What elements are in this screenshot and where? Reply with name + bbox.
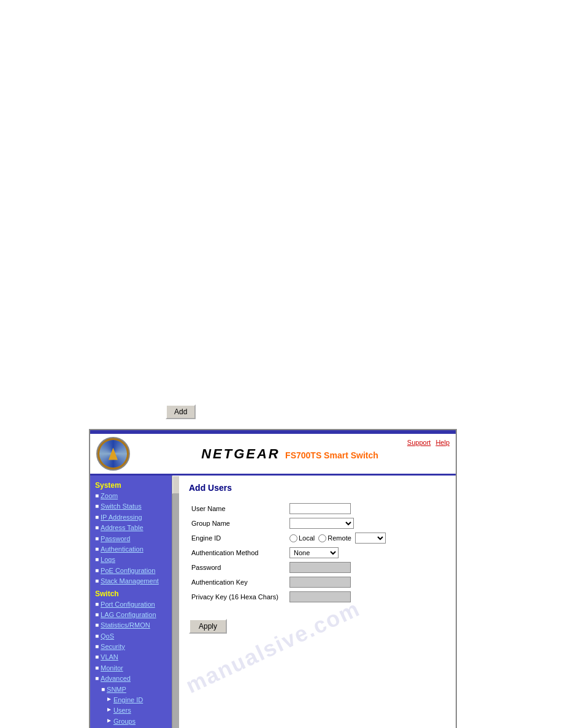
- bullet-icon: ■: [95, 643, 99, 650]
- sidebar-item-security[interactable]: ■ Security: [90, 642, 179, 652]
- bullet-icon: ■: [95, 556, 99, 563]
- sidebar-item-vlan[interactable]: ■ VLAN: [90, 652, 179, 662]
- sidebar-item-address-table[interactable]: ■ Address Table: [90, 523, 179, 533]
- bullet-icon: ■: [95, 632, 99, 639]
- sidebar-link-snmp[interactable]: SNMP: [107, 685, 126, 694]
- user-name-label: User Name: [189, 501, 287, 516]
- sidebar-link-qos[interactable]: QoS: [101, 632, 114, 641]
- bullet-icon: ■: [95, 502, 99, 509]
- add-users-form: User Name Group Name: [189, 501, 446, 604]
- bullet-icon: ■: [95, 524, 99, 531]
- sidebar-item-switch-status[interactable]: ■ Switch Status: [90, 501, 179, 512]
- sidebar-link-logs[interactable]: Logs: [101, 555, 115, 564]
- sidebar-link-advanced[interactable]: Advanced: [101, 674, 131, 683]
- sidebar-item-zoom[interactable]: ■ Zoom: [90, 491, 179, 501]
- privacy-key-input[interactable]: [289, 591, 351, 602]
- arrow-icon: ►: [106, 717, 112, 724]
- sidebar-item-groups[interactable]: ► Groups: [90, 716, 179, 727]
- product-name: FS700TS Smart Switch: [285, 450, 378, 460]
- engine-remote-label[interactable]: Remote: [318, 534, 351, 542]
- auth-key-input[interactable]: [289, 577, 351, 588]
- sidebar-item-snmp[interactable]: ■ SNMP: [90, 684, 179, 695]
- form-row-username: User Name: [189, 501, 446, 516]
- bullet-icon: ■: [95, 653, 99, 660]
- sidebar-item-password[interactable]: ■ Password: [90, 534, 179, 544]
- bullet-icon: ■: [101, 686, 105, 692]
- header-area: NETGEAR FS700TS Smart Switch Support Hel…: [90, 434, 456, 476]
- sidebar-link-security[interactable]: Security: [101, 642, 125, 651]
- sidebar-link-port-config[interactable]: Port Configuration: [101, 600, 155, 609]
- sidebar-item-advanced[interactable]: ■ Advanced: [90, 673, 179, 684]
- sidebar-item-engine-id[interactable]: ► Engine ID: [90, 695, 179, 705]
- user-name-input[interactable]: [289, 503, 351, 514]
- engine-remote-text: Remote: [327, 534, 351, 542]
- sidebar-link-vlan[interactable]: VLAN: [101, 653, 118, 662]
- sidebar-item-qos[interactable]: ■ QoS: [90, 631, 179, 642]
- apply-button-form[interactable]: Apply: [189, 619, 227, 634]
- sidebar-link-address-table[interactable]: Address Table: [101, 523, 144, 533]
- sidebar-item-stack-management[interactable]: ■ Stack Management: [90, 576, 179, 586]
- netgear-brand: NETGEAR: [201, 446, 280, 461]
- support-link[interactable]: Support: [407, 439, 431, 446]
- engine-local-radio[interactable]: [289, 534, 297, 542]
- sidebar-link-users[interactable]: Users: [113, 706, 131, 715]
- form-row-privacy-key: Privacy Key (16 Hexa Chars): [189, 590, 446, 604]
- group-name-select[interactable]: [289, 518, 354, 529]
- sidebar-link-stats-rmon[interactable]: Statistics/RMON: [101, 621, 150, 630]
- sidebar-item-ip-addressing[interactable]: ■ IP Addressing: [90, 512, 179, 523]
- bullet-icon: ■: [95, 545, 99, 552]
- engine-id-select[interactable]: [355, 533, 386, 544]
- sidebar-item-users[interactable]: ► Users: [90, 705, 179, 716]
- sidebar-link-password[interactable]: Password: [101, 534, 130, 544]
- add-button-top[interactable]: Add: [166, 404, 196, 419]
- sidebar-item-authentication[interactable]: ■ Authentication: [90, 544, 179, 555]
- password-label: Password: [189, 560, 287, 575]
- netgear-logo-circle: [96, 437, 130, 471]
- sidebar-link-engine-id[interactable]: Engine ID: [113, 696, 143, 705]
- bullet-icon: ■: [95, 567, 99, 574]
- auth-method-select[interactable]: None: [289, 547, 339, 558]
- sidebar-section-switch: Switch: [90, 587, 179, 599]
- bullet-icon: ■: [95, 492, 99, 499]
- header-title: NETGEAR FS700TS Smart Switch: [130, 446, 450, 462]
- sidebar-link-ip-addressing[interactable]: IP Addressing: [101, 513, 142, 522]
- sidebar-link-monitor[interactable]: Monitor: [101, 664, 123, 673]
- sidebar-item-logs[interactable]: ■ Logs: [90, 555, 179, 565]
- sidebar-item-lag-config[interactable]: ■ LAG Configuration: [90, 610, 179, 620]
- sidebar-link-authentication[interactable]: Authentication: [101, 545, 144, 554]
- content-area: Add Users User Name Group Name: [179, 476, 456, 728]
- password-input[interactable]: [289, 562, 351, 573]
- sidebar-link-stack-management[interactable]: Stack Management: [101, 577, 159, 586]
- bullet-icon: ■: [95, 675, 99, 681]
- sidebar-section-system: System: [90, 479, 179, 491]
- sidebar-link-zoom[interactable]: Zoom: [101, 491, 118, 501]
- help-link[interactable]: Help: [435, 439, 450, 446]
- sidebar-scrollbar[interactable]: [172, 476, 179, 728]
- sidebar-link-switch-status[interactable]: Switch Status: [101, 502, 142, 511]
- sidebar-link-poe[interactable]: PoE Configuration: [101, 566, 155, 575]
- sidebar-link-lag-config[interactable]: LAG Configuration: [101, 610, 156, 620]
- sidebar-link-groups[interactable]: Groups: [113, 717, 136, 726]
- bullet-icon: ■: [95, 611, 99, 618]
- sidebar: System ■ Zoom ■ Switch Status ■ IP Addre…: [90, 476, 179, 728]
- page-title: Add Users: [189, 483, 446, 493]
- bullet-icon: ■: [95, 601, 99, 607]
- group-name-label: Group Name: [189, 516, 287, 531]
- bullet-icon: ■: [95, 514, 99, 520]
- sidebar-item-stats-rmon[interactable]: ■ Statistics/RMON: [90, 620, 179, 631]
- form-row-groupname: Group Name: [189, 516, 446, 531]
- sidebar-scrollbar-thumb[interactable]: [172, 476, 179, 494]
- arrow-icon: ►: [106, 706, 112, 713]
- sidebar-item-port-config[interactable]: ■ Port Configuration: [90, 599, 179, 610]
- sidebar-item-monitor[interactable]: ■ Monitor: [90, 663, 179, 673]
- engine-local-label[interactable]: Local: [289, 534, 315, 542]
- sidebar-item-poe[interactable]: ■ PoE Configuration: [90, 566, 179, 576]
- auth-key-label: Authentication Key: [189, 575, 287, 590]
- engine-local-text: Local: [299, 534, 315, 542]
- engine-remote-radio[interactable]: [318, 534, 326, 542]
- engine-id-label: Engine ID: [189, 531, 287, 545]
- bullet-icon: ■: [95, 535, 99, 542]
- browser-frame: manualsive.com NETGEAR FS700TS Smart Swi…: [89, 429, 457, 728]
- privacy-key-label: Privacy Key (16 Hexa Chars): [189, 590, 287, 604]
- form-row-password: Password: [189, 560, 446, 575]
